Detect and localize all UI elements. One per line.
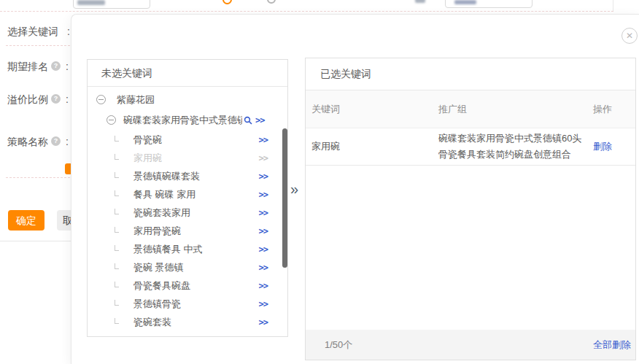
panel-title: 已选关键词 (306, 58, 635, 90)
help-icon[interactable]: ? (51, 94, 61, 104)
tree-item: 餐具 碗碟 家用 >> (88, 185, 287, 204)
confirm-button[interactable]: 确定 (8, 210, 44, 231)
tree-branch-icon (115, 318, 119, 324)
panel-footer: 1/50个 全部删除 (306, 330, 635, 360)
adgroup-cell: 碗碟套装家用骨瓷中式景德镇60头骨瓷餐具套装简约碗盘创意组合 (438, 131, 593, 163)
tree-branch-icon (115, 282, 119, 287)
delete-link[interactable]: 删除 (593, 140, 635, 153)
tree-item: 景德镇骨瓷 >> (88, 295, 287, 313)
add-keyword-arrows[interactable]: >> (259, 317, 268, 328)
tree-item-label: 景德镇碗碟套装 (133, 170, 200, 183)
tree-item: 碗碟套装家用骨瓷中式景德镇... >> (88, 109, 287, 131)
form-label-strategy-name: 策略名称 (7, 136, 48, 149)
tree-branch-icon (115, 154, 119, 160)
colon: : (66, 93, 69, 105)
add-keyword-arrows[interactable]: >> (259, 244, 268, 255)
tree-item: 骨瓷碗 >> (88, 131, 287, 149)
table-header: 关键词 推广组 操作 (306, 90, 635, 128)
add-keyword-arrows[interactable]: >> (259, 299, 268, 309)
add-keyword-arrows[interactable]: >> (259, 281, 268, 291)
tree-item-label: 景德镇餐具 中式 (133, 243, 203, 256)
section-divider (0, 241, 71, 241)
keyword-cell: 家用碗 (311, 140, 438, 153)
tree-branch-icon (115, 300, 119, 306)
blurred-icon (415, 0, 425, 3)
tree-item-label: 瓷碗套装 (133, 316, 171, 329)
collapse-minus-icon[interactable] (96, 95, 106, 104)
tree-item-label: 碗碟套装家用骨瓷中式景德镇... (123, 114, 242, 127)
delete-all-link[interactable]: 全部删除 (593, 338, 631, 352)
tree-item: 景德镇餐具 中式 >> (88, 240, 287, 258)
blurred-text (454, 0, 476, 4)
keyword-tree: 紫藤花园 碗碟套装家用骨瓷中式景德镇... (88, 87, 287, 336)
colon: : (66, 136, 69, 147)
selected-count: 1/50个 (325, 338, 352, 352)
tree-item-label: 骨瓷碗 (133, 133, 162, 147)
form-label-expected-rank: 期望排名 (7, 61, 48, 74)
add-keyword-arrows[interactable]: >> (259, 135, 268, 145)
panel-title: 未选关键词 (88, 60, 287, 87)
divider (613, 0, 613, 11)
tree-item-label: 家用碗 (133, 152, 162, 165)
form-label-select-keywords: 选择关键词 (7, 26, 58, 39)
dashed-separator (6, 45, 70, 46)
top-input-right[interactable] (445, 0, 532, 8)
page: 选择关键词 : 期望排名 ? : 溢价比例 ? : 策略名称 ? : 确定 取消… (0, 0, 639, 364)
dashed-separator (6, 177, 70, 178)
tree-item: 家用骨瓷碗 >> (88, 222, 287, 240)
empty-area (306, 166, 635, 330)
column-header-adgroup: 推广组 (438, 103, 593, 116)
add-keyword-arrows[interactable]: >> (259, 153, 268, 163)
tree-item: 紫藤花园 (88, 90, 287, 109)
move-all-right-icon[interactable]: » (290, 181, 298, 198)
help-icon[interactable]: ? (51, 136, 61, 146)
column-header-keyword: 关键词 (311, 103, 438, 116)
unselected-keywords-panel: 未选关键词 紫藤花园 (87, 59, 288, 337)
tree-item-label: 餐具 碗碟 家用 (133, 188, 195, 201)
tree-item: 瓷碗套装家用 >> (88, 204, 287, 222)
tree-item-label: 紫藤花园 (117, 93, 155, 107)
tree-branch-icon (115, 172, 119, 178)
add-keyword-arrows[interactable]: >> (259, 226, 268, 236)
tree-item: 景德镇碗碟套装 >> (88, 167, 287, 185)
tree-item-label: 瓷碗套装家用 (133, 206, 190, 220)
help-icon[interactable]: ? (51, 61, 61, 71)
keyword-select-dialog: ✕ 未选关键词 紫藤花园 (71, 14, 639, 364)
form-label-premium-ratio: 溢价比例 (7, 93, 48, 107)
tree-item: 瓷碗套装 >> (88, 313, 287, 331)
tree-item: 瓷碗 景德镇 >> (88, 258, 287, 276)
collapse-minus-icon[interactable] (106, 115, 116, 125)
top-input-left[interactable] (73, 0, 150, 9)
add-keyword-arrows[interactable]: >> (259, 263, 268, 273)
help-circle-icon (267, 0, 276, 4)
tree-item-label: 瓷碗 景德镇 (133, 261, 184, 274)
add-keyword-arrows[interactable]: >> (259, 171, 268, 182)
tree-branch-icon (115, 209, 119, 214)
search-icon[interactable] (244, 116, 252, 125)
scrollbar-thumb[interactable] (282, 128, 287, 268)
tree-item-label: 景德镇骨瓷 (133, 298, 181, 311)
tree-branch-icon (115, 190, 119, 196)
colon: : (67, 26, 70, 37)
tree-item: 家用碗 >> (88, 149, 287, 167)
tree-item: 骨瓷餐具碗盘 >> (88, 276, 287, 295)
tree-branch-icon (115, 227, 119, 233)
blurred-text (77, 0, 105, 5)
warning-icon (222, 0, 232, 4)
tree-branch-icon (115, 263, 119, 269)
close-icon[interactable]: ✕ (621, 28, 638, 44)
tree-item: 清雅明媚 (88, 331, 287, 336)
tree-item-label: 家用骨瓷碗 (133, 225, 181, 238)
tree-item-label: 骨瓷餐具碗盘 (133, 279, 190, 293)
colon: : (66, 61, 69, 72)
tree-branch-icon (115, 245, 119, 251)
column-header-action: 操作 (593, 103, 635, 116)
dashed-separator (0, 11, 613, 12)
tree-branch-icon (115, 136, 119, 142)
add-keyword-arrows[interactable]: >> (259, 190, 268, 200)
table-row: 家用碗 碗碟套装家用骨瓷中式景德镇60头骨瓷餐具套装简约碗盘创意组合 删除 (306, 128, 635, 166)
add-keyword-arrows[interactable]: >> (255, 115, 264, 125)
selected-keywords-panel: 已选关键词 关键词 推广组 操作 家用碗 碗碟套装家用骨瓷中式景德镇60头骨瓷餐… (305, 58, 636, 360)
tree-item-label: 清雅明媚 (117, 335, 155, 337)
add-keyword-arrows[interactable]: >> (259, 208, 268, 218)
